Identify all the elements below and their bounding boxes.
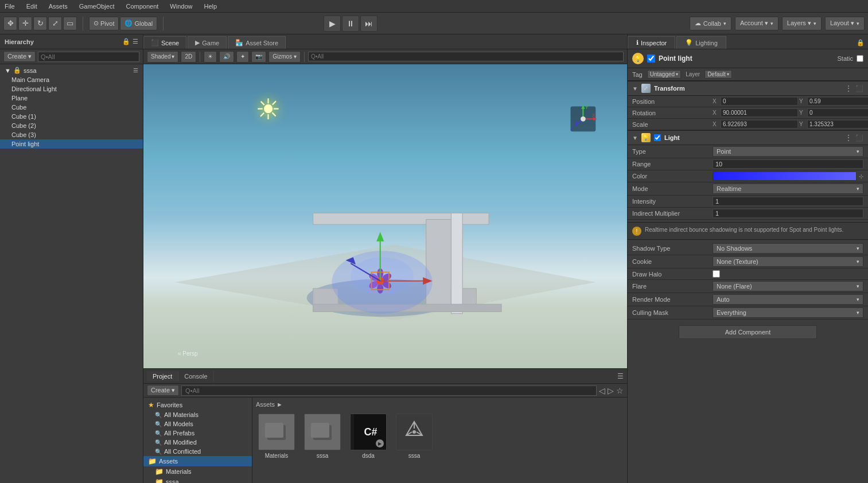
culling-mask-dropdown[interactable]: Everything (713, 307, 863, 318)
rotation-x-input[interactable] (721, 108, 798, 117)
pivot-button[interactable]: ⊙ Pivot (89, 17, 119, 30)
pt-all-conflicted[interactable]: 🔍 All Conflicted (143, 447, 252, 456)
indirect-input[interactable] (713, 209, 863, 218)
hierarchy-item-cube[interactable]: Cube (0, 103, 143, 112)
hierarchy-menu-icon[interactable]: ☰ (133, 38, 138, 45)
hierarchy-create-button[interactable]: Create ▾ (3, 51, 36, 62)
hierarchy-item-cube2[interactable]: Cube (2) (0, 121, 143, 130)
tab-scene[interactable]: ⬛ Scene (143, 36, 186, 49)
mode-dropdown[interactable]: Realtime (713, 184, 863, 194)
object-active-checkbox[interactable] (647, 54, 655, 63)
collab-button[interactable]: ☁ Collab (690, 17, 731, 30)
project-lock-icon[interactable]: ☰ (617, 372, 624, 380)
pt-all-prefabs[interactable]: 🔍 All Prefabs (143, 429, 252, 438)
range-input[interactable] (713, 159, 863, 169)
assets-section[interactable]: 📁 Assets (143, 456, 252, 466)
pt-materials[interactable]: 📁 Materials (143, 466, 252, 477)
color-picker[interactable] (713, 172, 857, 181)
pt-sssa[interactable]: 📁 sssa (143, 477, 252, 483)
shading-mode-button[interactable]: Shaded ▾ (147, 51, 178, 63)
light-expand-icon[interactable]: ⬛ (855, 134, 863, 142)
project-star-button[interactable]: ☆ (616, 386, 624, 395)
layout-button[interactable]: Layout ▾ (825, 17, 865, 30)
hierarchy-scene-name[interactable]: ▼ 🔒 sssa ☰ (0, 65, 143, 75)
menu-edit[interactable]: Edit (24, 2, 40, 11)
rotate-tool[interactable]: ↻ (33, 17, 47, 30)
favorites-section[interactable]: ★ Favorites (143, 400, 252, 410)
asset-materials[interactable]: Materials (256, 411, 297, 461)
cookie-dropdown[interactable]: None (Texture) (713, 256, 863, 267)
tab-console[interactable]: Console (178, 371, 213, 381)
global-button[interactable]: 🌐 Global (120, 17, 157, 30)
camera-toggle[interactable]: 📷 (251, 51, 266, 63)
audio-toggle[interactable]: 🔊 (219, 51, 234, 63)
hierarchy-item-main-camera[interactable]: Main Camera (0, 75, 143, 84)
hand-tool[interactable]: ✥ (3, 17, 17, 30)
menu-assets[interactable]: Assets (46, 2, 70, 11)
menu-file[interactable]: File (2, 2, 17, 11)
asset-dsda[interactable]: C# ▶ dsda (348, 411, 389, 461)
pause-button[interactable]: ⏸ (342, 15, 359, 32)
light-enabled-checkbox[interactable] (654, 134, 661, 141)
tab-asset-store[interactable]: 🏪 Asset Store (228, 36, 286, 49)
menu-component[interactable]: Component (123, 2, 161, 11)
hierarchy-item-point-light[interactable]: Point light (0, 139, 143, 149)
asset-sssa-unity[interactable]: sssa (394, 411, 435, 461)
color-eyedropper-icon[interactable]: ⊹ (859, 173, 863, 180)
draw-halo-checkbox[interactable] (713, 270, 720, 278)
pt-all-materials[interactable]: 🔍 All Materials (143, 410, 252, 419)
tab-lighting[interactable]: 💡 Lighting (676, 36, 726, 49)
step-button[interactable]: ⏭ (360, 15, 377, 32)
hierarchy-item-cube1[interactable]: Cube (1) (0, 112, 143, 121)
asset-search-input[interactable] (181, 385, 597, 396)
hierarchy-item-plane[interactable]: Plane (0, 94, 143, 103)
pt-all-models[interactable]: 🔍 All Models (143, 419, 252, 429)
project-create-button[interactable]: Create ▾ (147, 385, 179, 396)
tab-inspector[interactable]: ℹ Inspector (628, 36, 675, 49)
scale-y-input[interactable] (807, 120, 868, 128)
hierarchy-item-cube3[interactable]: Cube (3) (0, 130, 143, 139)
flare-dropdown[interactable]: None (Flare) (713, 281, 863, 291)
position-x-input[interactable] (721, 97, 798, 106)
hierarchy-item-directional-light[interactable]: Directional Light (0, 84, 143, 94)
2d-button[interactable]: 2D (181, 51, 196, 63)
scale-x-input[interactable] (721, 120, 798, 128)
light-component-header[interactable]: ▼ 💡 Light ⋮ ⬛ (628, 130, 868, 145)
account-button[interactable]: Account ▾ (735, 17, 779, 30)
project-back-button[interactable]: ◁ (599, 386, 605, 395)
layer-dropdown[interactable]: Default (704, 70, 732, 79)
object-name-input[interactable] (659, 54, 834, 63)
type-dropdown[interactable]: Point (713, 146, 863, 157)
transform-menu-button[interactable]: ⋮ (845, 84, 852, 92)
asset-sssa-folder[interactable]: sssa (302, 411, 343, 461)
render-mode-dropdown[interactable]: Auto (713, 294, 863, 305)
menu-help[interactable]: Help (201, 2, 219, 11)
viewport[interactable]: ☀ (143, 64, 627, 368)
tab-project[interactable]: Project (147, 371, 178, 381)
tab-game[interactable]: ▶ Game (188, 36, 227, 49)
menu-window[interactable]: Window (168, 2, 194, 11)
rect-tool[interactable]: ▭ (63, 17, 77, 30)
position-y-input[interactable] (807, 97, 868, 106)
project-forward-button[interactable]: ▷ (608, 386, 614, 395)
light-menu-button[interactable]: ⋮ (845, 134, 852, 142)
shadow-type-dropdown[interactable]: No Shadows (713, 243, 863, 254)
rotation-y-input[interactable] (807, 108, 868, 117)
transform-component-header[interactable]: ▼ ⤢ Transform ⋮ ⬛ (628, 81, 868, 96)
move-tool[interactable]: ✛ (18, 17, 32, 30)
pt-all-modified[interactable]: 🔍 All Modified (143, 438, 252, 447)
play-button[interactable]: ▶ (324, 15, 341, 32)
inspector-lock-icon[interactable]: 🔒 (853, 37, 868, 49)
gizmos-button[interactable]: Gizmos ▾ (268, 51, 301, 63)
menu-gameobject[interactable]: GameObject (77, 2, 117, 11)
transform-expand-icon[interactable]: ⬛ (855, 85, 863, 92)
viewport-search-input[interactable] (308, 52, 624, 61)
intensity-input[interactable] (713, 197, 863, 206)
layers-button[interactable]: Layers ▾ (782, 17, 822, 30)
lighting-toggle[interactable]: ☀ (204, 51, 217, 63)
effects-toggle[interactable]: ✦ (236, 51, 249, 63)
tag-dropdown[interactable]: Untagged (647, 70, 681, 79)
scale-tool[interactable]: ⤢ (48, 17, 62, 30)
add-component-button[interactable]: Add Component (679, 325, 818, 339)
static-checkbox[interactable] (857, 55, 863, 62)
